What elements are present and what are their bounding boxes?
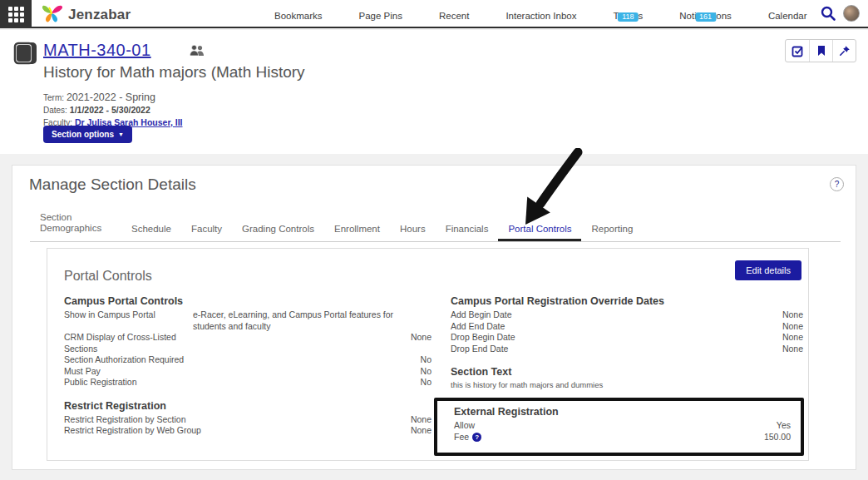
field-fee: Fee ? 150.00: [454, 432, 791, 443]
tab-reporting[interactable]: Reporting: [581, 224, 643, 241]
tabs-row: Section Demographics Schedule Faculty Gr…: [30, 204, 841, 242]
chevron-down-icon: ▼: [118, 131, 124, 137]
portal-controls-card: Edit details Portal Controls Campus Port…: [47, 248, 809, 461]
section-text-heading: Section Text: [451, 366, 803, 378]
check-in-button[interactable]: [786, 40, 809, 62]
fee-help-icon[interactable]: ?: [472, 433, 481, 442]
field-crm-display: CRM Display of Cross-Listed Sections Non…: [64, 332, 432, 354]
right-column: Campus Portal Registration Override Date…: [451, 295, 803, 456]
dates-row: Dates: 1/1/2022 - 5/30/2022: [43, 104, 183, 116]
nav-to-dos[interactable]: 118 To Dos: [594, 11, 661, 28]
tab-faculty[interactable]: Faculty: [181, 224, 232, 241]
section-options-button[interactable]: Section options ▼: [43, 126, 132, 143]
check-square-icon: [792, 45, 804, 57]
topbar: Jenzabar Bookmarks Page Pins Recent Inte…: [0, 0, 868, 28]
term-row: Term: 2021-2022 - Spring: [43, 92, 183, 104]
override-dates-heading: Campus Portal Registration Override Date…: [451, 295, 803, 307]
help-button[interactable]: ?: [830, 177, 844, 191]
tab-schedule[interactable]: Schedule: [121, 224, 181, 241]
grid-icon: [8, 7, 24, 22]
course-meta: Term: 2021-2022 - Spring Dates: 1/1/2022…: [43, 92, 183, 129]
field-section-authorization: Section Authorization Required No: [64, 354, 432, 366]
app-launcher-button[interactable]: [0, 0, 32, 28]
manage-section-details-panel: Manage Section Details ? Section Demogra…: [12, 165, 856, 470]
user-avatar[interactable]: [843, 5, 860, 22]
portal-controls-title: Portal Controls: [64, 269, 152, 284]
bookmark-icon: [816, 45, 826, 57]
roster-group-icon[interactable]: [190, 45, 205, 60]
field-add-end-date: Add End Date None: [451, 321, 803, 333]
left-column: Campus Portal Controls Show in Campus Po…: [64, 295, 432, 437]
section-text-note: this is history for math majors and dumm…: [451, 380, 803, 389]
tab-enrollment[interactable]: Enrollment: [324, 224, 390, 241]
butterfly-logo-icon: [40, 2, 65, 27]
panel-title: Manage Section Details: [29, 176, 196, 194]
tab-section-demographics[interactable]: Section Demographics: [30, 212, 121, 241]
campus-portal-controls-heading: Campus Portal Controls: [64, 295, 432, 307]
field-public-registration: Public Registration No: [64, 377, 432, 388]
external-registration-highlight-box: External Registration Allow Yes Fee ? 15…: [434, 398, 804, 456]
search-icon[interactable]: [820, 5, 836, 22]
field-drop-begin-date: Drop Begin Date None: [451, 332, 803, 344]
field-allow: Allow Yes: [454, 420, 791, 432]
field-drop-end-date: Drop End Date None: [451, 344, 803, 355]
tab-grading-controls[interactable]: Grading Controls: [232, 224, 324, 241]
external-registration-heading: External Registration: [454, 406, 791, 418]
nav-interaction-inbox[interactable]: Interaction Inbox: [487, 11, 594, 28]
course-header: MATH-340-01 History for Math majors (Mat…: [0, 30, 868, 154]
bookmark-button[interactable]: [809, 40, 832, 62]
nav-notifications[interactable]: 161 Notifications: [661, 11, 750, 28]
course-book-icon: [12, 41, 38, 69]
edit-details-button[interactable]: Edit details: [735, 260, 801, 280]
field-show-in-campus-portal: Show in Campus Portal e-Racer, eLearning…: [64, 309, 432, 332]
nav-calendar[interactable]: Calendar: [750, 11, 826, 28]
brand-name: Jenzabar: [68, 7, 131, 23]
tab-financials[interactable]: Financials: [436, 224, 499, 241]
header-action-group: [785, 39, 856, 62]
course-title: History for Math majors (Math History: [43, 63, 305, 82]
field-restrict-by-web-group: Restrict Registration by Web Group None: [64, 425, 432, 437]
tab-portal-controls[interactable]: Portal Controls: [498, 224, 581, 241]
field-restrict-by-section: Restrict Registration by Section None: [64, 414, 432, 426]
notifications-count-badge: 161: [695, 12, 716, 22]
course-code-link[interactable]: MATH-340-01: [43, 41, 151, 60]
brand-logo[interactable]: Jenzabar: [40, 2, 131, 27]
top-nav: Bookmarks Page Pins Recent Interaction I…: [256, 0, 826, 28]
pushpin-icon: [839, 45, 851, 57]
pin-button[interactable]: [832, 40, 856, 62]
nav-page-pins[interactable]: Page Pins: [341, 11, 421, 28]
nav-bookmarks[interactable]: Bookmarks: [256, 11, 341, 28]
field-must-pay: Must Pay No: [64, 366, 432, 378]
to-dos-count-badge: 118: [618, 12, 638, 22]
tab-hours[interactable]: Hours: [390, 224, 436, 241]
nav-recent[interactable]: Recent: [421, 11, 487, 28]
field-add-begin-date: Add Begin Date None: [451, 309, 803, 321]
restrict-registration-heading: Restrict Registration: [64, 400, 432, 412]
